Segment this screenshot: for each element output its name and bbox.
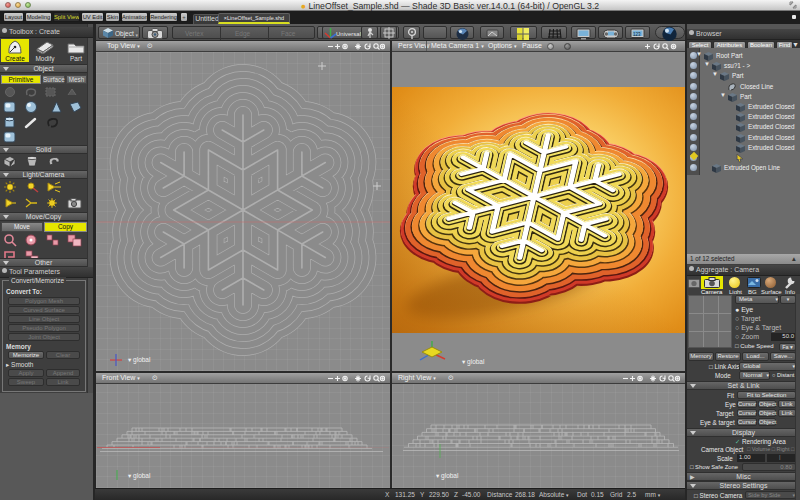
svg-text:123: 123 [633, 32, 641, 37]
